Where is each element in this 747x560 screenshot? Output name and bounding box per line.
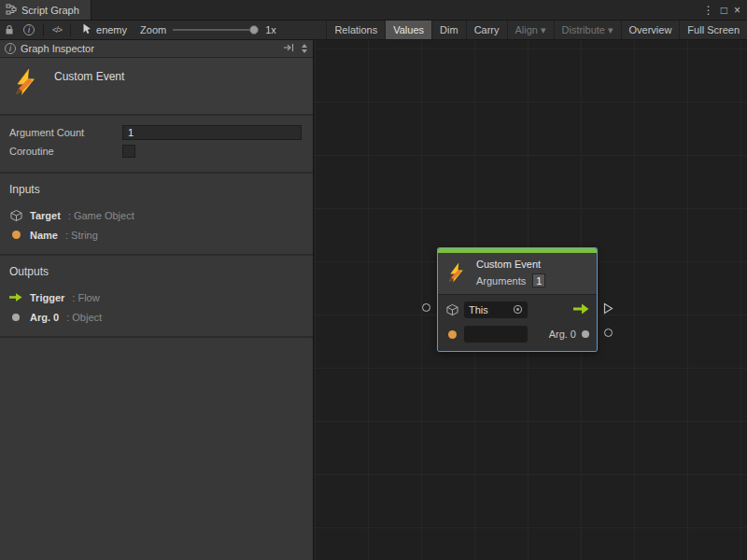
inspector-stepper[interactable] xyxy=(299,44,310,53)
menu-icon[interactable]: ⋮ xyxy=(703,5,714,16)
carry-button[interactable]: Carry xyxy=(466,21,507,39)
toolbar-buttons: Relations Values Dim Carry Align▾ Distri… xyxy=(326,21,747,39)
zoom-control: Zoom 1x xyxy=(134,24,282,35)
coroutine-row: Coroutine xyxy=(9,142,302,161)
toolbar-divider xyxy=(43,23,44,36)
argument-count-input[interactable] xyxy=(122,125,302,140)
chevron-down-icon: ▾ xyxy=(541,24,546,36)
custom-event-icon xyxy=(11,67,41,99)
list-item-target: Target : Game Object xyxy=(9,205,303,225)
arg0-label: Arg. 0 xyxy=(549,329,576,340)
info-icon[interactable]: i xyxy=(19,21,39,39)
custom-event-node[interactable]: Custom Event Arguments 1 This xyxy=(438,248,597,351)
name-port-icon[interactable] xyxy=(448,330,457,339)
titlebar: Script Graph ⋮ □ × xyxy=(0,0,747,21)
maximize-icon[interactable]: □ xyxy=(721,5,727,16)
chevron-down-icon: ▾ xyxy=(608,24,613,36)
inputs-section: Inputs Target : Game Object Name : Strin… xyxy=(0,174,313,256)
inputs-heading: Inputs xyxy=(9,183,303,196)
inspector-empty-space xyxy=(0,338,313,560)
node-header[interactable]: Custom Event Arguments 1 xyxy=(438,253,597,294)
zoom-slider-track xyxy=(173,29,259,31)
outputs-section: Outputs Trigger : Flow Arg. 0 : Object xyxy=(0,256,313,338)
info-icon: i xyxy=(5,43,16,54)
list-item-trigger: Trigger : Flow xyxy=(9,287,303,307)
coroutine-label: Coroutine xyxy=(9,146,122,157)
flow-arrow-icon xyxy=(573,303,589,316)
list-item-arg0: Arg. 0 : Object xyxy=(9,307,303,327)
event-title: Custom Event xyxy=(54,67,124,83)
object-port-icon xyxy=(12,314,20,321)
arguments-label: Arguments xyxy=(476,275,526,287)
graph-inspector-panel: i Graph Inspector Custom Event xyxy=(0,40,314,560)
arg0-port-icon[interactable] xyxy=(582,330,589,338)
tab-label: Script Graph xyxy=(21,5,79,16)
target-dropdown[interactable]: This xyxy=(464,301,528,318)
output-value-port[interactable] xyxy=(604,329,613,337)
zoom-value: 1x xyxy=(265,24,276,35)
content-area: i Graph Inspector Custom Event xyxy=(0,40,747,560)
cursor-icon xyxy=(82,23,92,36)
cube-icon xyxy=(9,209,22,222)
event-name-input[interactable] xyxy=(464,326,528,343)
zoom-label: Zoom xyxy=(140,24,166,35)
toolbar-divider2 xyxy=(70,23,71,36)
lock-icon[interactable] xyxy=(0,21,19,39)
inspector-title: Graph Inspector xyxy=(21,43,278,54)
window-controls: ⋮ □ × xyxy=(703,5,747,16)
zoom-slider-handle[interactable] xyxy=(249,25,259,35)
script-graph-window: Script Graph ⋮ □ × i </> enemy Zoom xyxy=(0,0,747,560)
arg0-row: Arg. 0 xyxy=(445,325,589,343)
code-icon[interactable]: </> xyxy=(48,21,66,39)
dim-button[interactable]: Dim xyxy=(431,21,466,39)
event-header: Custom Event xyxy=(0,58,313,116)
argument-count-label: Argument Count xyxy=(9,127,122,138)
values-button[interactable]: Values xyxy=(385,21,431,39)
argument-count-row: Argument Count xyxy=(9,123,302,142)
script-graph-icon xyxy=(6,4,17,17)
overview-button[interactable]: Overview xyxy=(621,21,680,39)
output-flow-port[interactable] xyxy=(603,302,613,316)
dock-icon[interactable] xyxy=(283,43,294,54)
target-row: This xyxy=(445,301,589,319)
graph-toolbar: i </> enemy Zoom 1x Relations Values Dim… xyxy=(0,21,747,40)
list-item-name: Name : String xyxy=(9,225,303,245)
zoom-slider[interactable] xyxy=(173,25,259,35)
graph-canvas[interactable]: Custom Event Arguments 1 This xyxy=(314,40,747,560)
arguments-count-field[interactable]: 1 xyxy=(532,273,545,287)
custom-event-icon xyxy=(445,261,468,286)
object-picker-icon[interactable] xyxy=(513,304,523,316)
outputs-heading: Outputs xyxy=(9,265,303,278)
coroutine-checkbox[interactable] xyxy=(122,145,135,158)
node-body: This Arg. 0 xyxy=(438,294,597,351)
distribute-button[interactable]: Distribute▾ xyxy=(554,21,621,39)
code-glyph: </> xyxy=(52,25,62,35)
input-flow-port[interactable] xyxy=(422,303,430,312)
tab-script-graph[interactable]: Script Graph xyxy=(0,0,92,20)
string-port-icon xyxy=(12,231,21,239)
relations-button[interactable]: Relations xyxy=(326,21,385,39)
flow-arrow-icon xyxy=(9,292,22,302)
node-title: Custom Event xyxy=(476,259,545,270)
event-settings: Argument Count Coroutine xyxy=(0,116,313,174)
align-button[interactable]: Align▾ xyxy=(507,21,554,39)
graph-breadcrumb[interactable]: enemy xyxy=(75,23,134,36)
cube-icon xyxy=(445,303,458,316)
full-screen-button[interactable]: Full Screen xyxy=(679,21,747,39)
info-glyph: i xyxy=(28,26,30,35)
graph-name: enemy xyxy=(96,24,127,35)
inspector-header: i Graph Inspector xyxy=(0,40,313,58)
close-icon[interactable]: × xyxy=(734,5,740,16)
